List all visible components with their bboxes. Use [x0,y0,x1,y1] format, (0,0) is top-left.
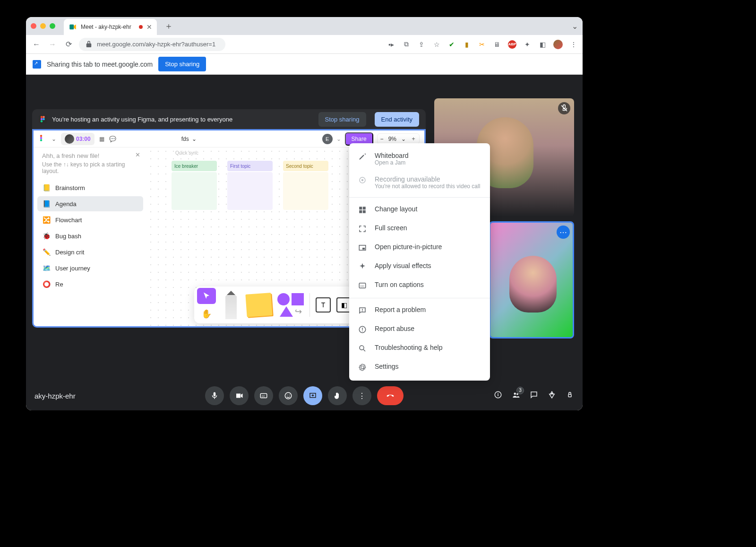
sticky-note-tool[interactable] [245,293,272,317]
menu-label: Open picture-in-picture [375,243,442,251]
menu-label: Recording unavailable [375,175,480,183]
new-tab-button[interactable]: ＋ [164,20,173,32]
participants-button[interactable]: 3 [512,391,520,401]
svg-point-3 [41,118,43,121]
template-userjourney[interactable]: 🗺️User journey [37,260,143,276]
reload-button[interactable]: ⟳ [63,40,74,49]
menu-settings[interactable]: Settings [349,358,490,377]
share-page-icon[interactable]: ⇪ [417,40,426,49]
svg-rect-12 [363,207,366,209]
figma-doc-title[interactable]: fds ⌄ [181,136,197,142]
template-flowchart[interactable]: 🔀Flowchart [37,212,143,227]
extension-icon[interactable]: ▮ [463,40,471,49]
menu-label: Turn on captions [375,281,424,288]
template-more[interactable]: ⭕Re [37,277,143,292]
activities-button[interactable] [548,391,556,401]
menu-troubleshoot[interactable]: Troubleshooting & help [349,339,490,358]
zoom-out-button[interactable]: − [380,136,384,142]
captions-button[interactable]: CC [254,386,273,405]
host-controls-button[interactable] [566,391,574,401]
menu-label: Troubleshooting & help [375,344,442,351]
menu-recording-disabled: Recording unavailableYou're not allowed … [349,171,490,194]
close-sidebar-icon[interactable]: ✕ [135,151,140,158]
browser-tab[interactable]: Meet - aky-hzpk-ehr ✕ [64,19,157,35]
leave-call-button[interactable] [377,386,404,405]
figma-menu-icon[interactable] [38,134,47,144]
camera-icon[interactable]: ▪▸ [387,40,395,49]
chevron-down-icon[interactable]: ⌄ [336,136,341,142]
sticky-header[interactable]: First topic [227,161,273,171]
reactions-button[interactable] [279,386,298,405]
layout-icon[interactable]: ▦ [99,136,104,142]
tab-overflow-icon[interactable]: ⌄ [572,22,578,31]
address-bar[interactable]: meet.google.com/aky-hzpk-ehr?authuser=1 [79,38,225,51]
extension-icon[interactable]: ✔ [447,40,456,49]
svg-point-5 [41,120,43,122]
menu-full-screen[interactable]: Full screen [349,219,490,238]
mic-toggle-button[interactable] [205,386,224,405]
menu-report-problem[interactable]: Report a problem [349,301,490,320]
text-tool[interactable]: T [316,297,331,313]
camera-toggle-button[interactable] [230,386,249,405]
self-tile[interactable]: ⋯ [489,221,574,339]
extensions-puzzle-icon[interactable]: ✦ [523,40,532,49]
hand-tool[interactable]: ✋ [197,306,216,322]
close-tab-icon[interactable]: ✕ [146,23,152,31]
template-agenda[interactable]: 📘Agenda [37,196,143,211]
chrome-menu-icon[interactable]: ⋮ [569,40,578,49]
shapes-tool[interactable]: ↪ [277,293,304,317]
menu-captions[interactable]: CCTurn on captions [349,276,490,295]
svg-point-7 [40,137,43,139]
sticky-area[interactable] [172,172,217,210]
forward-button[interactable]: → [47,40,58,49]
template-label: Flowchart [55,217,82,224]
present-button[interactable] [303,386,322,405]
comment-icon[interactable]: 💬 [109,136,116,142]
maximize-window-icon[interactable] [50,23,55,29]
menu-visual-effects[interactable]: Apply visual effects [349,257,490,276]
end-activity-button[interactable]: End activity [375,112,419,127]
template-designcrit[interactable]: ✏️Design crit [37,244,143,260]
pencil-tool[interactable] [222,291,241,319]
window-titlebar: Meet - aky-hzpk-ehr ✕ ＋ ⌄ [26,17,583,35]
more-options-button[interactable]: ⋮ [352,386,371,405]
menu-pip[interactable]: Open picture-in-picture [349,238,490,257]
sticky-area[interactable] [227,172,273,210]
timer-chip[interactable]: 03:00 [61,133,94,145]
minimize-window-icon[interactable] [40,23,46,29]
extension-icon[interactable]: ✂ [478,40,486,49]
back-button[interactable]: ← [31,40,42,49]
meeting-details-button[interactable] [494,391,502,401]
stop-sharing-activity-button[interactable]: Stop sharing [318,112,366,127]
zoom-value[interactable]: 9% [388,136,396,142]
template-brainstorm[interactable]: 📒Brainstorm [37,180,143,195]
open-external-icon[interactable]: ⧉ [402,40,411,49]
close-window-icon[interactable] [31,23,36,29]
profile-avatar[interactable] [553,40,563,49]
svg-point-1 [41,116,43,118]
select-tool[interactable] [197,288,216,304]
side-panel-icon[interactable]: ◧ [538,40,547,49]
chat-button[interactable] [530,391,538,401]
bug-icon: 🐞 [42,232,51,240]
adblock-icon[interactable]: ABP [508,40,516,49]
menu-change-layout[interactable]: Change layout [349,200,490,219]
menu-whiteboard[interactable]: WhiteboardOpen a Jam [349,147,490,171]
stop-sharing-button[interactable]: Stop sharing [158,57,206,71]
sticky-header[interactable]: Ice breaker [172,161,217,171]
template-bugbash[interactable]: 🐞Bug bash [37,228,143,243]
meet-favicon-icon [69,23,77,31]
chevron-down-icon[interactable]: ⌄ [401,136,406,142]
lock-icon [85,40,93,49]
zoom-in-button[interactable]: ＋ [411,135,416,143]
bookmark-icon[interactable]: ☆ [432,40,441,49]
presenter-avatar[interactable]: E [322,134,333,144]
extension-icon[interactable]: 🖥 [493,40,501,49]
chevron-down-icon[interactable]: ⌄ [52,136,56,142]
sticky-header[interactable]: Second topic [283,161,328,171]
svg-point-29 [289,395,290,396]
tile-more-icon[interactable]: ⋯ [557,226,570,239]
menu-report-abuse[interactable]: Report abuse [349,320,490,339]
sticky-area[interactable] [283,172,328,210]
raise-hand-button[interactable] [328,386,347,405]
